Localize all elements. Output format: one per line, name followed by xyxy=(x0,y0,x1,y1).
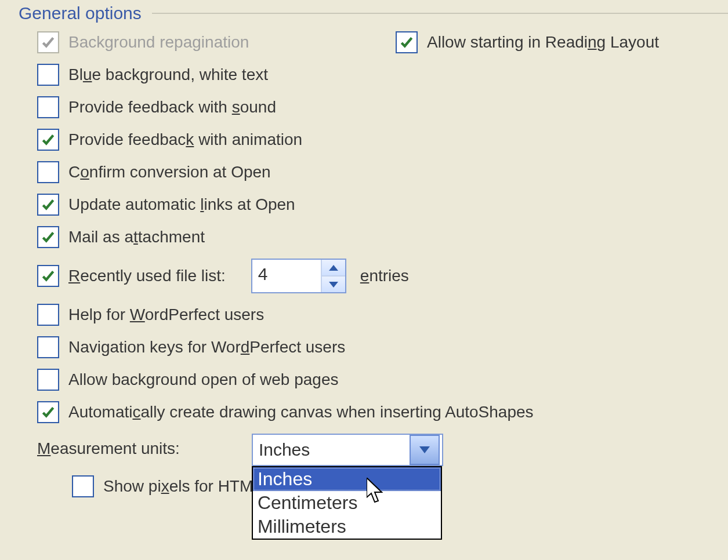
checkbox-bg-open-web[interactable] xyxy=(37,369,59,391)
label-measurement-units: Measurement units: xyxy=(37,434,180,458)
checkbox-auto-canvas[interactable] xyxy=(37,401,59,423)
checkbox-mail-attachment[interactable] xyxy=(37,226,59,248)
check-icon xyxy=(41,197,56,212)
section-header: General options xyxy=(0,0,728,31)
checkbox-feedback-sound[interactable] xyxy=(37,96,59,118)
spinner-up-button[interactable] xyxy=(322,260,345,275)
check-icon xyxy=(399,35,414,50)
checkbox-help-wordperfect[interactable] xyxy=(37,304,59,326)
label-entries: entries xyxy=(360,265,409,287)
dropdown-item-inches[interactable]: Inches xyxy=(253,467,441,491)
chevron-down-icon xyxy=(329,282,338,288)
combo-value: Inches xyxy=(253,438,410,462)
checkbox-feedback-animation[interactable] xyxy=(37,129,59,151)
dropdown-item-millimeters[interactable]: Millimeters xyxy=(253,515,441,539)
checkbox-confirm-conversion[interactable] xyxy=(37,161,59,183)
dropdown-measurement-units[interactable]: Inches Centimeters Millimeters xyxy=(252,466,442,540)
section-title: General options xyxy=(0,3,145,23)
label-update-links[interactable]: Update automatic links at Open xyxy=(68,194,295,216)
label-confirm-conversion[interactable]: Confirm conversion at Open xyxy=(68,161,271,183)
check-icon xyxy=(41,230,56,245)
chevron-down-icon xyxy=(419,446,430,453)
combo-measurement-units[interactable]: Inches xyxy=(252,434,443,466)
spinner-recent-files[interactable]: 4 xyxy=(251,259,346,293)
section-divider xyxy=(152,13,728,14)
check-icon xyxy=(41,268,56,283)
checkbox-background-repagination xyxy=(37,31,59,53)
svg-marker-2 xyxy=(419,446,430,453)
checkbox-update-links[interactable] xyxy=(37,194,59,216)
checkbox-blue-background[interactable] xyxy=(37,64,59,86)
checkbox-nav-wordperfect[interactable] xyxy=(37,336,59,358)
label-mail-attachment[interactable]: Mail as attachment xyxy=(68,226,205,248)
svg-marker-1 xyxy=(329,282,338,288)
label-reading-layout[interactable]: Allow starting in Reading Layout xyxy=(427,31,659,53)
label-feedback-sound[interactable]: Provide feedback with sound xyxy=(68,96,276,118)
label-recent-files[interactable]: Recently used file list: xyxy=(68,265,226,287)
checkbox-recent-files[interactable] xyxy=(37,265,59,287)
checkbox-show-pixels-html[interactable] xyxy=(72,475,94,497)
dropdown-item-centimeters[interactable]: Centimeters xyxy=(253,491,441,515)
combo-dropdown-button[interactable] xyxy=(410,435,440,465)
chevron-up-icon xyxy=(329,265,338,271)
check-icon xyxy=(41,132,56,147)
label-background-repagination: Background repagination xyxy=(68,31,249,53)
check-icon xyxy=(41,405,56,420)
checkbox-reading-layout[interactable] xyxy=(396,31,418,53)
spinner-down-button[interactable] xyxy=(322,275,345,292)
label-bg-open-web[interactable]: Allow background open of web pages xyxy=(68,369,338,391)
label-feedback-animation[interactable]: Provide feedback with animation xyxy=(68,129,302,151)
check-icon xyxy=(41,35,56,50)
svg-marker-0 xyxy=(329,265,338,271)
label-help-wordperfect[interactable]: Help for WordPerfect users xyxy=(68,304,264,326)
label-auto-canvas[interactable]: Automatically create drawing canvas when… xyxy=(68,401,534,423)
label-blue-background[interactable]: Blue background, white text xyxy=(68,64,268,86)
spinner-value[interactable]: 4 xyxy=(252,260,321,292)
label-nav-wordperfect[interactable]: Navigation keys for WordPerfect users xyxy=(68,336,345,358)
